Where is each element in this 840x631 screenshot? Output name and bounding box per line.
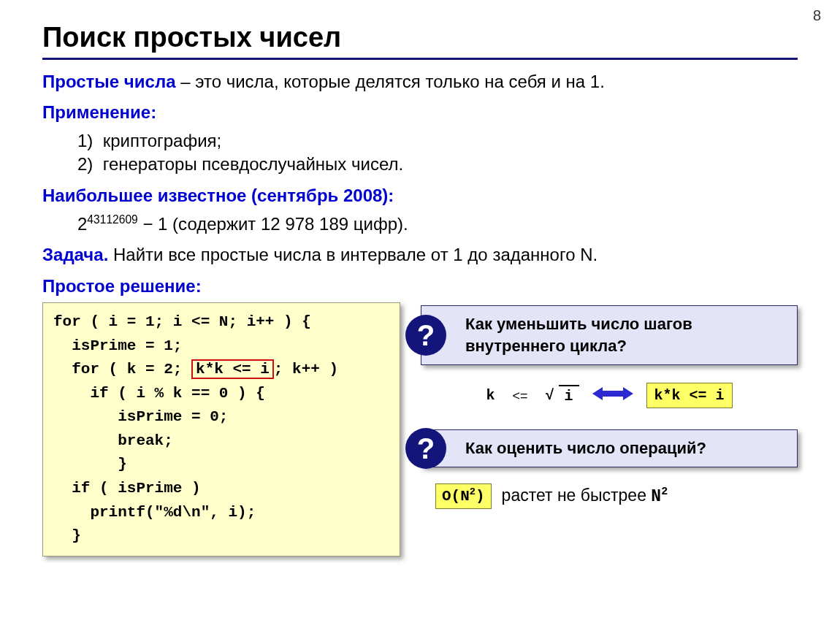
largest-heading: Наибольшее известное (сентябрь 2008): (42, 184, 798, 207)
kk-box: k*k <= i (646, 383, 733, 408)
question-icon: ? (405, 315, 446, 356)
app-item-1: 1) криптография; (77, 129, 798, 153)
task: Задача. Найти все простые числа в интерв… (42, 243, 798, 267)
callout-reduce-steps: ? Как уменьшить число шагов внутреннего … (421, 305, 798, 364)
svg-marker-0 (592, 387, 633, 400)
applications-heading: Применение: (42, 101, 798, 124)
question-icon: ? (405, 428, 446, 469)
code-block: for ( i = 1; i <= N; i++ ) { isPrime = 1… (42, 302, 400, 556)
solution-heading: Простое решение: (42, 275, 798, 298)
equivalence-row: k <= √i k*k <= i (421, 381, 798, 411)
big-o-box: O(N2) (435, 483, 492, 509)
sqrt-expression: k <= √i (486, 385, 579, 406)
largest-value: 243112609 − 1 (содержит 12 978 189 цифр)… (77, 212, 798, 236)
code-highlight: k*k <= i (191, 359, 274, 379)
double-arrow-icon (592, 381, 633, 411)
title-rule (42, 58, 798, 60)
page-number: 8 (813, 7, 821, 24)
callout-estimate-ops: ? Как оценить число операций? (421, 429, 798, 467)
definition-term: Простые числа (42, 72, 176, 91)
slide-title: Поиск простых чисел (42, 22, 798, 53)
definition: Простые числа – это числа, которые делят… (42, 70, 798, 93)
slide: Поиск простых чисел Простые числа – это … (0, 0, 840, 557)
definition-rest: – это числа, которые делятся только на с… (176, 72, 605, 91)
big-o-text: растет не быстрее N2 (502, 484, 668, 508)
big-o-row: O(N2) растет не быстрее N2 (435, 483, 798, 509)
app-item-2: 2) генераторы псевдослучайных чисел. (77, 153, 798, 176)
applications-list: 1) криптография; 2) генераторы псевдослу… (77, 129, 798, 177)
